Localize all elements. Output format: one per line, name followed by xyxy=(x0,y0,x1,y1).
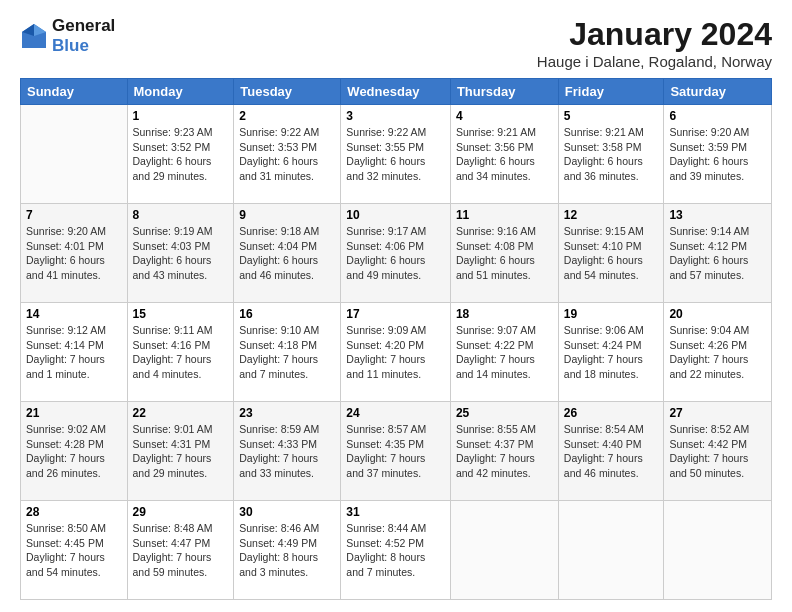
day-content: Sunrise: 9:16 AM Sunset: 4:08 PM Dayligh… xyxy=(456,224,553,283)
logo-icon xyxy=(20,22,48,50)
day-number: 17 xyxy=(346,307,445,321)
day-number: 15 xyxy=(133,307,229,321)
table-row: 20Sunrise: 9:04 AM Sunset: 4:26 PM Dayli… xyxy=(664,303,772,402)
day-number: 29 xyxy=(133,505,229,519)
calendar-week-row: 21Sunrise: 9:02 AM Sunset: 4:28 PM Dayli… xyxy=(21,402,772,501)
day-number: 3 xyxy=(346,109,445,123)
day-number: 24 xyxy=(346,406,445,420)
table-row: 6Sunrise: 9:20 AM Sunset: 3:59 PM Daylig… xyxy=(664,105,772,204)
day-number: 20 xyxy=(669,307,766,321)
col-friday: Friday xyxy=(558,79,664,105)
table-row: 16Sunrise: 9:10 AM Sunset: 4:18 PM Dayli… xyxy=(234,303,341,402)
table-row: 18Sunrise: 9:07 AM Sunset: 4:22 PM Dayli… xyxy=(450,303,558,402)
day-number: 2 xyxy=(239,109,335,123)
logo-text: General Blue xyxy=(52,16,115,56)
day-number: 25 xyxy=(456,406,553,420)
day-content: Sunrise: 8:44 AM Sunset: 4:52 PM Dayligh… xyxy=(346,521,445,580)
table-row: 19Sunrise: 9:06 AM Sunset: 4:24 PM Dayli… xyxy=(558,303,664,402)
day-content: Sunrise: 8:46 AM Sunset: 4:49 PM Dayligh… xyxy=(239,521,335,580)
day-number: 28 xyxy=(26,505,122,519)
location-text: Hauge i Dalane, Rogaland, Norway xyxy=(537,53,772,70)
table-row: 11Sunrise: 9:16 AM Sunset: 4:08 PM Dayli… xyxy=(450,204,558,303)
calendar-week-row: 14Sunrise: 9:12 AM Sunset: 4:14 PM Dayli… xyxy=(21,303,772,402)
calendar-week-row: 28Sunrise: 8:50 AM Sunset: 4:45 PM Dayli… xyxy=(21,501,772,600)
day-content: Sunrise: 9:15 AM Sunset: 4:10 PM Dayligh… xyxy=(564,224,659,283)
day-number: 31 xyxy=(346,505,445,519)
day-number: 1 xyxy=(133,109,229,123)
day-content: Sunrise: 9:14 AM Sunset: 4:12 PM Dayligh… xyxy=(669,224,766,283)
table-row xyxy=(664,501,772,600)
day-number: 12 xyxy=(564,208,659,222)
day-number: 23 xyxy=(239,406,335,420)
table-row: 17Sunrise: 9:09 AM Sunset: 4:20 PM Dayli… xyxy=(341,303,451,402)
day-number: 22 xyxy=(133,406,229,420)
table-row: 27Sunrise: 8:52 AM Sunset: 4:42 PM Dayli… xyxy=(664,402,772,501)
col-monday: Monday xyxy=(127,79,234,105)
day-number: 21 xyxy=(26,406,122,420)
table-row: 13Sunrise: 9:14 AM Sunset: 4:12 PM Dayli… xyxy=(664,204,772,303)
table-row: 31Sunrise: 8:44 AM Sunset: 4:52 PM Dayli… xyxy=(341,501,451,600)
calendar-week-row: 7Sunrise: 9:20 AM Sunset: 4:01 PM Daylig… xyxy=(21,204,772,303)
day-number: 19 xyxy=(564,307,659,321)
day-content: Sunrise: 9:22 AM Sunset: 3:53 PM Dayligh… xyxy=(239,125,335,184)
table-row: 1Sunrise: 9:23 AM Sunset: 3:52 PM Daylig… xyxy=(127,105,234,204)
day-number: 4 xyxy=(456,109,553,123)
day-content: Sunrise: 9:21 AM Sunset: 3:58 PM Dayligh… xyxy=(564,125,659,184)
day-content: Sunrise: 9:17 AM Sunset: 4:06 PM Dayligh… xyxy=(346,224,445,283)
table-row: 30Sunrise: 8:46 AM Sunset: 4:49 PM Dayli… xyxy=(234,501,341,600)
table-row: 21Sunrise: 9:02 AM Sunset: 4:28 PM Dayli… xyxy=(21,402,128,501)
day-number: 8 xyxy=(133,208,229,222)
col-wednesday: Wednesday xyxy=(341,79,451,105)
day-content: Sunrise: 9:20 AM Sunset: 3:59 PM Dayligh… xyxy=(669,125,766,184)
col-tuesday: Tuesday xyxy=(234,79,341,105)
table-row: 2Sunrise: 9:22 AM Sunset: 3:53 PM Daylig… xyxy=(234,105,341,204)
day-content: Sunrise: 8:48 AM Sunset: 4:47 PM Dayligh… xyxy=(133,521,229,580)
table-row: 29Sunrise: 8:48 AM Sunset: 4:47 PM Dayli… xyxy=(127,501,234,600)
day-content: Sunrise: 9:21 AM Sunset: 3:56 PM Dayligh… xyxy=(456,125,553,184)
logo: General Blue xyxy=(20,16,115,56)
day-number: 11 xyxy=(456,208,553,222)
col-sunday: Sunday xyxy=(21,79,128,105)
page: General Blue January 2024 Hauge i Dalane… xyxy=(0,0,792,612)
calendar-table: Sunday Monday Tuesday Wednesday Thursday… xyxy=(20,78,772,600)
table-row: 24Sunrise: 8:57 AM Sunset: 4:35 PM Dayli… xyxy=(341,402,451,501)
table-row: 22Sunrise: 9:01 AM Sunset: 4:31 PM Dayli… xyxy=(127,402,234,501)
day-content: Sunrise: 9:04 AM Sunset: 4:26 PM Dayligh… xyxy=(669,323,766,382)
table-row: 28Sunrise: 8:50 AM Sunset: 4:45 PM Dayli… xyxy=(21,501,128,600)
table-row: 8Sunrise: 9:19 AM Sunset: 4:03 PM Daylig… xyxy=(127,204,234,303)
table-row: 23Sunrise: 8:59 AM Sunset: 4:33 PM Dayli… xyxy=(234,402,341,501)
table-row: 25Sunrise: 8:55 AM Sunset: 4:37 PM Dayli… xyxy=(450,402,558,501)
title-block: January 2024 Hauge i Dalane, Rogaland, N… xyxy=(537,16,772,70)
day-content: Sunrise: 8:55 AM Sunset: 4:37 PM Dayligh… xyxy=(456,422,553,481)
day-content: Sunrise: 8:57 AM Sunset: 4:35 PM Dayligh… xyxy=(346,422,445,481)
day-content: Sunrise: 9:01 AM Sunset: 4:31 PM Dayligh… xyxy=(133,422,229,481)
day-number: 6 xyxy=(669,109,766,123)
day-number: 5 xyxy=(564,109,659,123)
day-number: 9 xyxy=(239,208,335,222)
table-row xyxy=(21,105,128,204)
day-number: 30 xyxy=(239,505,335,519)
day-content: Sunrise: 9:09 AM Sunset: 4:20 PM Dayligh… xyxy=(346,323,445,382)
day-content: Sunrise: 8:59 AM Sunset: 4:33 PM Dayligh… xyxy=(239,422,335,481)
col-saturday: Saturday xyxy=(664,79,772,105)
day-content: Sunrise: 9:11 AM Sunset: 4:16 PM Dayligh… xyxy=(133,323,229,382)
day-content: Sunrise: 9:07 AM Sunset: 4:22 PM Dayligh… xyxy=(456,323,553,382)
header: General Blue January 2024 Hauge i Dalane… xyxy=(20,16,772,70)
day-content: Sunrise: 9:19 AM Sunset: 4:03 PM Dayligh… xyxy=(133,224,229,283)
day-number: 10 xyxy=(346,208,445,222)
day-content: Sunrise: 9:22 AM Sunset: 3:55 PM Dayligh… xyxy=(346,125,445,184)
day-content: Sunrise: 9:18 AM Sunset: 4:04 PM Dayligh… xyxy=(239,224,335,283)
day-number: 13 xyxy=(669,208,766,222)
calendar-week-row: 1Sunrise: 9:23 AM Sunset: 3:52 PM Daylig… xyxy=(21,105,772,204)
day-number: 7 xyxy=(26,208,122,222)
day-content: Sunrise: 9:20 AM Sunset: 4:01 PM Dayligh… xyxy=(26,224,122,283)
day-content: Sunrise: 9:23 AM Sunset: 3:52 PM Dayligh… xyxy=(133,125,229,184)
day-content: Sunrise: 9:06 AM Sunset: 4:24 PM Dayligh… xyxy=(564,323,659,382)
day-content: Sunrise: 9:12 AM Sunset: 4:14 PM Dayligh… xyxy=(26,323,122,382)
day-number: 18 xyxy=(456,307,553,321)
table-row: 5Sunrise: 9:21 AM Sunset: 3:58 PM Daylig… xyxy=(558,105,664,204)
day-content: Sunrise: 9:02 AM Sunset: 4:28 PM Dayligh… xyxy=(26,422,122,481)
col-thursday: Thursday xyxy=(450,79,558,105)
day-content: Sunrise: 8:52 AM Sunset: 4:42 PM Dayligh… xyxy=(669,422,766,481)
table-row: 26Sunrise: 8:54 AM Sunset: 4:40 PM Dayli… xyxy=(558,402,664,501)
